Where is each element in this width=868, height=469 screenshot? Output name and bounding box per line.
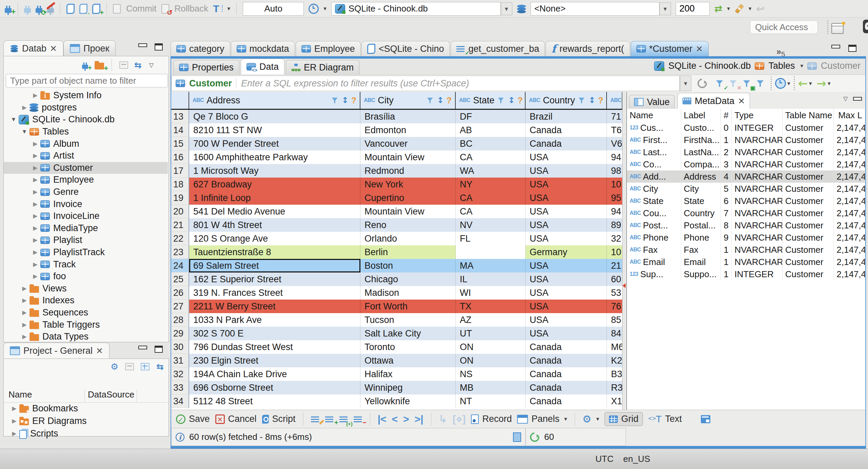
settings-button[interactable]: ⚙ ▾ <box>583 413 599 425</box>
grid-cell[interactable]: CA <box>456 150 526 164</box>
collapse-arrow-icon[interactable]: ▼ <box>19 128 29 135</box>
meta-row[interactable]: ABCStateState6NVARCHARCustomer2,147,483 <box>627 195 865 207</box>
grid-cell[interactable]: 60 <box>607 272 623 286</box>
grid-cell[interactable]: AB <box>456 123 526 137</box>
grid-cell[interactable]: B3 <box>607 367 623 381</box>
grid-cell[interactable]: 94 <box>607 205 623 218</box>
row-number[interactable]: 19 <box>171 191 189 205</box>
editor-tab-customer[interactable]: *Customer✕ <box>631 41 709 56</box>
grid-cell[interactable]: Mountain View <box>360 205 456 218</box>
grid-cell[interactable]: 541 Del Medio Avenue <box>189 205 360 218</box>
column-sort-icon[interactable]: ↕ <box>437 96 444 105</box>
editor-tab-sqlitechino[interactable]: <SQLite - Chino <box>361 41 450 56</box>
transaction-log-button[interactable]: T ▾ <box>213 3 230 15</box>
project-item-bookmarks[interactable]: ▶Bookmarks <box>4 402 169 415</box>
column-help-icon[interactable]: ? <box>447 96 452 105</box>
remove-filter-icon[interactable]: ✕ <box>729 79 737 87</box>
grid-cell[interactable]: CA <box>456 205 526 218</box>
minimize-icon[interactable] <box>831 45 840 48</box>
grid-cell[interactable]: UT <box>456 327 526 340</box>
column-sort-icon[interactable]: ↕ <box>342 96 349 105</box>
disconnect-icon[interactable] <box>47 8 54 13</box>
expand-arrow-icon[interactable]: ▶ <box>30 201 40 208</box>
grid-cell[interactable]: Winnipeg <box>360 381 456 394</box>
mockdata-generator-button[interactable]: ▾ <box>735 4 752 14</box>
grid-cell[interactable]: V6 <box>607 137 623 150</box>
chevron-down-icon[interactable]: ▾ <box>828 80 831 87</box>
grid-cell[interactable]: T6 <box>607 123 623 137</box>
tree-item-postgres[interactable]: ▶postgres <box>4 102 168 114</box>
grid-cell[interactable]: Chicago <box>360 272 456 286</box>
grid-cell[interactable]: Salt Lake City <box>360 327 456 340</box>
grid-cell[interactable]: Reno <box>360 218 456 232</box>
new-folder-icon[interactable]: + <box>95 63 104 69</box>
grid-cell[interactable]: 84 <box>607 327 623 340</box>
quick-access-input[interactable] <box>750 20 818 34</box>
grid-cell[interactable]: Edmonton <box>360 123 456 137</box>
row-number[interactable]: 24 <box>171 259 189 272</box>
grid-cell[interactable]: Madison <box>360 286 456 300</box>
grid-cell[interactable]: Berlin <box>360 245 456 259</box>
tree-item-invoiceline[interactable]: ▶InvoiceLine <box>4 210 168 222</box>
grid-cell[interactable]: M6 <box>607 340 623 354</box>
column-help-icon[interactable]: ? <box>598 96 603 105</box>
tab-value[interactable]: Value <box>629 95 675 109</box>
tree-item-track[interactable]: ▶Track <box>4 258 168 270</box>
previous-page-icon[interactable]: ← <box>798 77 808 90</box>
close-icon[interactable]: ✕ <box>696 44 703 54</box>
grid-cell[interactable]: Canada <box>526 340 607 354</box>
calc-panel-icon[interactable] <box>701 415 710 423</box>
grid-cell[interactable]: Germany <box>526 245 607 259</box>
link-with-editor-icon[interactable]: ⇆ <box>134 60 142 70</box>
rollback-button[interactable]: ↺ Rollback <box>161 3 209 14</box>
close-icon[interactable]: ✕ <box>50 44 57 54</box>
grid-cell[interactable]: Toronto <box>360 340 456 354</box>
grid-mode-button[interactable]: Grid <box>605 412 643 426</box>
tree-item-sequences[interactable]: ▶Sequences <box>4 307 168 319</box>
meta-row[interactable]: ABCPost...Postal...8NVARCHARCustomer2,14… <box>627 219 865 231</box>
row-number[interactable]: 18 <box>171 178 189 191</box>
grid-cell[interactable]: AZ <box>456 313 526 327</box>
project-item-erdiagrams[interactable]: ▶ER Diagrams <box>4 415 169 427</box>
tree-item-systeminfo[interactable]: ▶System Info <box>4 89 168 102</box>
edit-row-icon[interactable] <box>311 415 320 423</box>
grid-cell[interactable]: 1033 N Park Ave <box>189 313 360 327</box>
grid-cell[interactable]: 76 <box>607 300 623 313</box>
grid-cell[interactable]: 98 <box>607 164 623 178</box>
previous-row-icon[interactable]: < <box>392 413 398 425</box>
close-icon[interactable]: ✕ <box>96 346 103 356</box>
schema-combo[interactable]: <None> <box>531 2 659 16</box>
meta-row[interactable]: ABCFirst...FirstNa...1NVARCHARCustomer2,… <box>627 134 865 146</box>
txn-mode-combo[interactable]: Auto <box>243 2 304 16</box>
row-number[interactable]: 23 <box>171 245 189 259</box>
sql-filter-input[interactable] <box>240 78 675 89</box>
tab-metadata[interactable]: MetaData ✕ <box>677 93 750 109</box>
object-filter-input[interactable] <box>6 74 168 87</box>
last-row-icon[interactable]: >| <box>415 413 423 425</box>
grid-cell[interactable]: 1 Infinite Loop <box>189 191 360 205</box>
column-name[interactable]: Name <box>8 389 32 400</box>
close-icon[interactable]: ✕ <box>738 96 745 106</box>
meta-row[interactable]: ABCEmailEmail1NVARCHARCustomer2,147,483 <box>627 256 865 268</box>
expand-arrow-icon[interactable]: ▶ <box>19 297 29 304</box>
grid-scrollbar[interactable] <box>622 92 626 410</box>
expand-arrow-icon[interactable]: ▶ <box>9 430 19 437</box>
row-number[interactable]: 14 <box>171 123 189 137</box>
tree-item-sqlitechinookdb[interactable]: ▼SQLite - Chinook.db <box>4 114 168 126</box>
column-header-address[interactable]: ABCAddress↕? <box>189 92 360 109</box>
row-number[interactable]: 20 <box>171 205 189 218</box>
grid-cell[interactable]: 71 <box>607 110 623 123</box>
link-with-editor-icon[interactable]: ⇆ <box>156 362 164 372</box>
grid-cell[interactable]: Redmond <box>360 164 456 178</box>
expand-arrow-icon[interactable]: ▶ <box>19 285 29 292</box>
grid-cell[interactable]: 230 Elgin Street <box>189 354 360 367</box>
expand-arrow-icon[interactable]: ▶ <box>9 405 19 412</box>
grid-cell[interactable]: New York <box>360 178 456 191</box>
apply-filter-icon[interactable]: ✓ <box>716 79 724 87</box>
chevron-down-icon[interactable]: ▾ <box>809 80 812 87</box>
grid-cell[interactable]: USA <box>526 300 607 313</box>
grid-cell[interactable]: Canada <box>526 137 607 150</box>
expand-arrow-icon[interactable]: ▶ <box>19 321 29 328</box>
cancel-button[interactable]: ✕ Cancel <box>215 414 257 424</box>
grid-cell[interactable]: Brazil <box>526 110 607 123</box>
